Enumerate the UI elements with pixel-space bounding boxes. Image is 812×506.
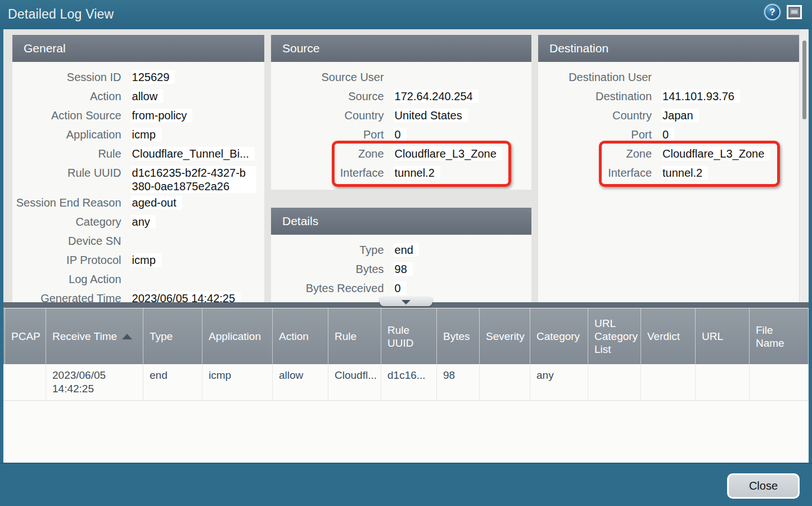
field-label: Action (12, 87, 131, 103)
close-button[interactable]: Close (727, 473, 800, 499)
column-header-verdict[interactable]: Verdict (641, 308, 696, 364)
field-label: Session ID (12, 68, 131, 84)
column-header-rule[interactable]: Rule (328, 308, 381, 364)
column-header-label: URL (702, 330, 723, 343)
help-glyph: ? (769, 7, 775, 17)
pane-splitter[interactable] (3, 302, 809, 308)
vertical-scrollbar[interactable] (799, 29, 809, 302)
window-restore-icon[interactable] (787, 5, 802, 19)
field-value: d1c16235-b2f2-4327-b380-0ae1875e2a26 (131, 163, 264, 193)
field-value: 141.101.93.76 (661, 87, 800, 103)
scrollbar-thumb[interactable] (802, 41, 806, 119)
column-header-action[interactable]: Action (273, 308, 328, 364)
column-header-label: Rule UUID (387, 324, 432, 350)
field-value-text: tunnel.2 (661, 166, 708, 180)
column-header-label: URL Category List (594, 317, 638, 356)
field-label: Port (271, 125, 394, 141)
source-panel-header: Source (271, 35, 531, 62)
field-row-country: Country Japan (538, 106, 800, 125)
column-header-application[interactable]: Application (202, 308, 273, 364)
field-value: Cloudflare_L3_Zone (661, 144, 800, 160)
field-value-text: 0 (661, 128, 674, 141)
field-value-text: 2023/06/05 14:42:25 (131, 292, 241, 302)
field-value-text: Cloudflare_Tunnel_Bi... (131, 147, 255, 160)
field-value-text: Japan (661, 109, 699, 122)
general-panel-header: General (12, 35, 264, 62)
column-header-url[interactable]: URL (696, 308, 750, 364)
field-row-destination-user: Destination User (538, 68, 800, 87)
field-label: IP Protocol (12, 250, 131, 267)
source-panel-body: Source User Source 172.64.240.254 Countr… (271, 62, 531, 190)
cell-action: allow (273, 364, 328, 400)
field-label: Action Source (12, 106, 131, 122)
field-row-bytes: Bytes 98 (271, 259, 531, 279)
column-header-label: File Name (756, 324, 804, 350)
splitter-collapse-handle[interactable] (380, 297, 432, 306)
column-header-label: Bytes (443, 330, 470, 343)
field-value (131, 270, 264, 289)
column-header-pcap[interactable]: PCAP (4, 308, 46, 364)
cell-file-name (750, 364, 809, 400)
field-row-generated-time: Generated Time 2023/06/05 14:42:25 (12, 289, 264, 302)
column-header-file-name[interactable]: File Name (750, 308, 809, 364)
cell-pcap (4, 364, 46, 400)
field-value: icmp (131, 250, 264, 267)
field-value: from-policy (131, 106, 264, 122)
details-panel: Details Type end Bytes 98 Bytes Received… (271, 208, 531, 302)
column-header-label: Severity (486, 330, 525, 343)
field-value-text: 125629 (131, 70, 175, 84)
field-value-text: allow (131, 89, 164, 103)
field-value: allow (131, 87, 264, 103)
field-value-text: 172.64.240.254 (394, 89, 479, 103)
column-header-url-category-list[interactable]: URL Category List (588, 308, 641, 364)
column-header-receive-time[interactable]: Receive Time (46, 308, 143, 364)
field-label: Interface (538, 163, 661, 180)
field-label: Type (271, 240, 394, 257)
cell-receive-time: 2023/06/05 14:42:25 (46, 364, 143, 400)
sort-ascending-icon (122, 334, 132, 339)
field-value-text: 0 (394, 128, 407, 141)
field-label: Country (271, 106, 394, 122)
field-value-text: 141.101.93.76 (661, 89, 740, 103)
cell-severity (480, 364, 530, 400)
field-row-log-action: Log Action (12, 270, 264, 289)
column-header-label: Verdict (647, 330, 680, 343)
field-label: Generated Time (12, 289, 131, 302)
cell-application: icmp (202, 364, 273, 400)
field-row-zone: Zone Cloudflare_L3_Zone (271, 144, 531, 163)
field-row-device-sn: Device SN (12, 231, 264, 250)
field-value (661, 68, 800, 87)
field-value: 125629 (131, 68, 264, 84)
column-header-label: Category (536, 330, 580, 343)
cell-url (696, 364, 750, 400)
field-value-text: Cloudflare_L3_Zone (661, 147, 770, 160)
column-header-label: PCAP (11, 330, 40, 343)
column-header-bytes[interactable]: Bytes (437, 308, 480, 364)
column-header-label: Receive Time (52, 330, 117, 343)
column-header-category[interactable]: Category (530, 308, 588, 364)
field-row-source: Source 172.64.240.254 (271, 87, 531, 106)
field-value: any (131, 212, 264, 229)
field-label: Destination User (538, 68, 661, 84)
cell-type: end (143, 364, 202, 400)
field-label: Zone (538, 144, 661, 160)
field-value: tunnel.2 (394, 163, 531, 180)
field-value-text: icmp (131, 253, 161, 267)
field-row-country: Country United States (271, 106, 531, 125)
help-icon[interactable]: ? (764, 4, 781, 20)
field-label: Log Action (12, 270, 131, 286)
field-value: United States (394, 106, 531, 122)
field-label: Source (271, 87, 394, 103)
field-value: 172.64.240.254 (394, 87, 531, 103)
field-label: Session End Reason (12, 193, 131, 209)
field-value-text: Cloudflare_L3_Zone (394, 147, 502, 160)
field-value-text: aged-out (131, 196, 182, 209)
column-header-severity[interactable]: Severity (480, 308, 530, 364)
field-value: 0 (394, 279, 531, 295)
field-value-text: 98 (394, 262, 413, 276)
table-row[interactable]: 2023/06/05 14:42:25 end icmp allow Cloud… (3, 364, 809, 401)
field-label: Port (538, 125, 661, 141)
field-label: Destination (538, 87, 661, 103)
column-header-rule-uuid[interactable]: Rule UUID (381, 308, 437, 364)
column-header-type[interactable]: Type (143, 308, 202, 364)
